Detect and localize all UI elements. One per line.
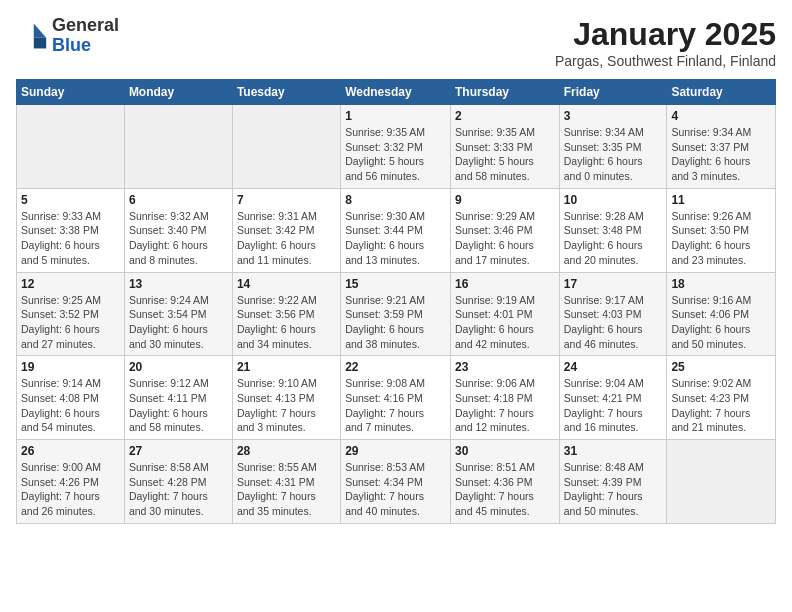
calendar-cell: 30Sunrise: 8:51 AM Sunset: 4:36 PM Dayli… bbox=[450, 440, 559, 524]
day-info: Sunrise: 9:30 AM Sunset: 3:44 PM Dayligh… bbox=[345, 209, 446, 268]
day-info: Sunrise: 9:14 AM Sunset: 4:08 PM Dayligh… bbox=[21, 376, 120, 435]
calendar-cell: 25Sunrise: 9:02 AM Sunset: 4:23 PM Dayli… bbox=[667, 356, 776, 440]
calendar-cell: 3Sunrise: 9:34 AM Sunset: 3:35 PM Daylig… bbox=[559, 105, 667, 189]
calendar-cell bbox=[667, 440, 776, 524]
calendar-cell: 20Sunrise: 9:12 AM Sunset: 4:11 PM Dayli… bbox=[124, 356, 232, 440]
day-number: 15 bbox=[345, 277, 446, 291]
day-info: Sunrise: 9:34 AM Sunset: 3:35 PM Dayligh… bbox=[564, 125, 663, 184]
day-info: Sunrise: 8:51 AM Sunset: 4:36 PM Dayligh… bbox=[455, 460, 555, 519]
calendar-cell: 17Sunrise: 9:17 AM Sunset: 4:03 PM Dayli… bbox=[559, 272, 667, 356]
day-info: Sunrise: 9:25 AM Sunset: 3:52 PM Dayligh… bbox=[21, 293, 120, 352]
day-header-wednesday: Wednesday bbox=[341, 80, 451, 105]
calendar-cell: 16Sunrise: 9:19 AM Sunset: 4:01 PM Dayli… bbox=[450, 272, 559, 356]
calendar-cell bbox=[17, 105, 125, 189]
logo-text: General Blue bbox=[52, 16, 119, 56]
calendar-cell: 13Sunrise: 9:24 AM Sunset: 3:54 PM Dayli… bbox=[124, 272, 232, 356]
svg-marker-0 bbox=[34, 23, 46, 37]
calendar-title: January 2025 bbox=[555, 16, 776, 53]
day-number: 24 bbox=[564, 360, 663, 374]
day-number: 7 bbox=[237, 193, 336, 207]
day-info: Sunrise: 9:16 AM Sunset: 4:06 PM Dayligh… bbox=[671, 293, 771, 352]
calendar-cell: 28Sunrise: 8:55 AM Sunset: 4:31 PM Dayli… bbox=[232, 440, 340, 524]
calendar-cell: 18Sunrise: 9:16 AM Sunset: 4:06 PM Dayli… bbox=[667, 272, 776, 356]
calendar-cell: 10Sunrise: 9:28 AM Sunset: 3:48 PM Dayli… bbox=[559, 188, 667, 272]
day-number: 28 bbox=[237, 444, 336, 458]
day-number: 21 bbox=[237, 360, 336, 374]
calendar-cell: 4Sunrise: 9:34 AM Sunset: 3:37 PM Daylig… bbox=[667, 105, 776, 189]
day-info: Sunrise: 9:08 AM Sunset: 4:16 PM Dayligh… bbox=[345, 376, 446, 435]
day-number: 14 bbox=[237, 277, 336, 291]
calendar-cell bbox=[124, 105, 232, 189]
calendar-subtitle: Pargas, Southwest Finland, Finland bbox=[555, 53, 776, 69]
day-info: Sunrise: 9:31 AM Sunset: 3:42 PM Dayligh… bbox=[237, 209, 336, 268]
calendar-cell: 14Sunrise: 9:22 AM Sunset: 3:56 PM Dayli… bbox=[232, 272, 340, 356]
day-number: 3 bbox=[564, 109, 663, 123]
logo-icon bbox=[16, 20, 48, 52]
day-number: 25 bbox=[671, 360, 771, 374]
day-info: Sunrise: 8:55 AM Sunset: 4:31 PM Dayligh… bbox=[237, 460, 336, 519]
day-info: Sunrise: 9:10 AM Sunset: 4:13 PM Dayligh… bbox=[237, 376, 336, 435]
calendar-cell: 22Sunrise: 9:08 AM Sunset: 4:16 PM Dayli… bbox=[341, 356, 451, 440]
day-number: 23 bbox=[455, 360, 555, 374]
day-info: Sunrise: 9:04 AM Sunset: 4:21 PM Dayligh… bbox=[564, 376, 663, 435]
day-header-saturday: Saturday bbox=[667, 80, 776, 105]
day-number: 30 bbox=[455, 444, 555, 458]
calendar-header-row: SundayMondayTuesdayWednesdayThursdayFrid… bbox=[17, 80, 776, 105]
logo-general: General bbox=[52, 16, 119, 36]
week-row-5: 26Sunrise: 9:00 AM Sunset: 4:26 PM Dayli… bbox=[17, 440, 776, 524]
day-info: Sunrise: 9:17 AM Sunset: 4:03 PM Dayligh… bbox=[564, 293, 663, 352]
calendar-cell: 29Sunrise: 8:53 AM Sunset: 4:34 PM Dayli… bbox=[341, 440, 451, 524]
day-header-friday: Friday bbox=[559, 80, 667, 105]
calendar-cell: 2Sunrise: 9:35 AM Sunset: 3:33 PM Daylig… bbox=[450, 105, 559, 189]
day-number: 6 bbox=[129, 193, 228, 207]
day-info: Sunrise: 9:24 AM Sunset: 3:54 PM Dayligh… bbox=[129, 293, 228, 352]
calendar-cell: 12Sunrise: 9:25 AM Sunset: 3:52 PM Dayli… bbox=[17, 272, 125, 356]
calendar-table: SundayMondayTuesdayWednesdayThursdayFrid… bbox=[16, 79, 776, 524]
day-info: Sunrise: 9:33 AM Sunset: 3:38 PM Dayligh… bbox=[21, 209, 120, 268]
logo: General Blue bbox=[16, 16, 119, 56]
day-number: 16 bbox=[455, 277, 555, 291]
day-header-monday: Monday bbox=[124, 80, 232, 105]
svg-marker-1 bbox=[34, 38, 46, 49]
day-number: 12 bbox=[21, 277, 120, 291]
week-row-1: 1Sunrise: 9:35 AM Sunset: 3:32 PM Daylig… bbox=[17, 105, 776, 189]
week-row-4: 19Sunrise: 9:14 AM Sunset: 4:08 PM Dayli… bbox=[17, 356, 776, 440]
day-number: 18 bbox=[671, 277, 771, 291]
day-number: 5 bbox=[21, 193, 120, 207]
calendar-cell: 26Sunrise: 9:00 AM Sunset: 4:26 PM Dayli… bbox=[17, 440, 125, 524]
calendar-cell: 19Sunrise: 9:14 AM Sunset: 4:08 PM Dayli… bbox=[17, 356, 125, 440]
day-number: 29 bbox=[345, 444, 446, 458]
day-number: 10 bbox=[564, 193, 663, 207]
calendar-cell: 23Sunrise: 9:06 AM Sunset: 4:18 PM Dayli… bbox=[450, 356, 559, 440]
calendar-cell: 5Sunrise: 9:33 AM Sunset: 3:38 PM Daylig… bbox=[17, 188, 125, 272]
calendar-cell: 8Sunrise: 9:30 AM Sunset: 3:44 PM Daylig… bbox=[341, 188, 451, 272]
calendar-cell: 11Sunrise: 9:26 AM Sunset: 3:50 PM Dayli… bbox=[667, 188, 776, 272]
day-info: Sunrise: 8:53 AM Sunset: 4:34 PM Dayligh… bbox=[345, 460, 446, 519]
calendar-cell: 31Sunrise: 8:48 AM Sunset: 4:39 PM Dayli… bbox=[559, 440, 667, 524]
day-info: Sunrise: 8:58 AM Sunset: 4:28 PM Dayligh… bbox=[129, 460, 228, 519]
calendar-body: 1Sunrise: 9:35 AM Sunset: 3:32 PM Daylig… bbox=[17, 105, 776, 524]
calendar-cell: 6Sunrise: 9:32 AM Sunset: 3:40 PM Daylig… bbox=[124, 188, 232, 272]
day-number: 8 bbox=[345, 193, 446, 207]
week-row-3: 12Sunrise: 9:25 AM Sunset: 3:52 PM Dayli… bbox=[17, 272, 776, 356]
day-number: 1 bbox=[345, 109, 446, 123]
day-info: Sunrise: 9:35 AM Sunset: 3:32 PM Dayligh… bbox=[345, 125, 446, 184]
day-number: 22 bbox=[345, 360, 446, 374]
calendar-cell: 7Sunrise: 9:31 AM Sunset: 3:42 PM Daylig… bbox=[232, 188, 340, 272]
day-info: Sunrise: 9:02 AM Sunset: 4:23 PM Dayligh… bbox=[671, 376, 771, 435]
week-row-2: 5Sunrise: 9:33 AM Sunset: 3:38 PM Daylig… bbox=[17, 188, 776, 272]
day-number: 4 bbox=[671, 109, 771, 123]
day-info: Sunrise: 9:12 AM Sunset: 4:11 PM Dayligh… bbox=[129, 376, 228, 435]
calendar-cell: 27Sunrise: 8:58 AM Sunset: 4:28 PM Dayli… bbox=[124, 440, 232, 524]
day-number: 19 bbox=[21, 360, 120, 374]
day-number: 20 bbox=[129, 360, 228, 374]
day-info: Sunrise: 9:19 AM Sunset: 4:01 PM Dayligh… bbox=[455, 293, 555, 352]
day-info: Sunrise: 9:35 AM Sunset: 3:33 PM Dayligh… bbox=[455, 125, 555, 184]
day-info: Sunrise: 9:00 AM Sunset: 4:26 PM Dayligh… bbox=[21, 460, 120, 519]
calendar-cell: 21Sunrise: 9:10 AM Sunset: 4:13 PM Dayli… bbox=[232, 356, 340, 440]
day-number: 11 bbox=[671, 193, 771, 207]
header: General Blue January 2025 Pargas, Southw… bbox=[16, 16, 776, 69]
day-number: 26 bbox=[21, 444, 120, 458]
day-info: Sunrise: 9:34 AM Sunset: 3:37 PM Dayligh… bbox=[671, 125, 771, 184]
day-info: Sunrise: 9:26 AM Sunset: 3:50 PM Dayligh… bbox=[671, 209, 771, 268]
